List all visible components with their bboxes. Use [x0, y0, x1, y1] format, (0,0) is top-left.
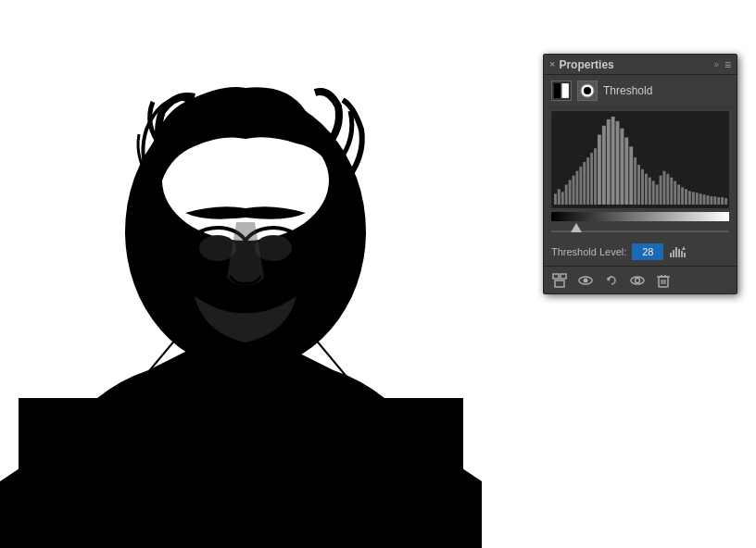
portrait-image [0, 0, 533, 548]
svg-rect-53 [677, 184, 680, 205]
svg-rect-16 [561, 83, 569, 98]
slider-thumb[interactable] [571, 223, 582, 232]
svg-rect-24 [565, 184, 568, 205]
svg-rect-32 [594, 148, 597, 205]
svg-rect-49 [662, 171, 665, 205]
svg-rect-39 [624, 138, 628, 205]
svg-rect-69 [675, 247, 677, 257]
svg-rect-55 [685, 189, 687, 205]
histogram-icon[interactable] [669, 245, 687, 258]
svg-rect-28 [579, 167, 582, 205]
svg-rect-59 [699, 193, 702, 205]
svg-rect-44 [645, 174, 648, 205]
bw-icon-box [551, 81, 572, 101]
svg-rect-47 [656, 184, 659, 205]
preview-toggle-button[interactable] [627, 270, 648, 291]
svg-rect-40 [629, 146, 633, 205]
svg-rect-48 [660, 176, 662, 205]
histogram-chart [552, 112, 728, 207]
svg-rect-74 [555, 280, 564, 287]
svg-rect-46 [652, 181, 655, 205]
svg-rect-34 [602, 126, 606, 205]
svg-rect-68 [673, 250, 674, 257]
svg-rect-60 [703, 194, 706, 205]
svg-rect-27 [575, 171, 578, 205]
clip-mask-button[interactable] [549, 270, 570, 291]
svg-rect-38 [620, 129, 624, 205]
mask-icon [580, 83, 595, 98]
svg-rect-58 [696, 193, 699, 205]
svg-rect-33 [598, 135, 601, 205]
svg-point-78 [584, 278, 588, 282]
threshold-level-label: Threshold Level: [551, 246, 626, 257]
svg-rect-22 [558, 189, 561, 205]
panel-titlebar: × Properties » ≡ [544, 55, 737, 75]
svg-rect-23 [561, 192, 564, 205]
properties-panel: × Properties » ≡ Threshold [543, 54, 737, 294]
svg-point-19 [584, 87, 591, 94]
panel-bottom-toolbar [544, 266, 737, 293]
mask-icon-box [577, 81, 598, 101]
svg-rect-31 [590, 153, 593, 205]
svg-rect-67 [670, 253, 672, 257]
svg-rect-54 [681, 187, 684, 205]
threshold-title: Threshold [603, 84, 652, 97]
slider-row[interactable] [551, 223, 729, 240]
svg-rect-43 [641, 169, 644, 205]
svg-rect-26 [573, 176, 575, 205]
svg-rect-45 [649, 178, 651, 205]
svg-rect-52 [674, 181, 676, 205]
svg-rect-76 [561, 274, 566, 279]
delete-button[interactable] [653, 270, 674, 291]
svg-rect-29 [583, 162, 586, 205]
close-button[interactable]: × [549, 59, 555, 69]
histogram-container [551, 111, 729, 208]
gradient-bar [551, 212, 729, 221]
expand-button[interactable]: » [713, 59, 719, 69]
panel-menu-button[interactable]: ≡ [724, 58, 731, 71]
panel-title-left: × Properties [549, 58, 614, 71]
visibility-toggle-button[interactable] [575, 270, 596, 291]
svg-rect-71 [681, 251, 683, 257]
svg-rect-15 [554, 83, 561, 98]
svg-rect-51 [670, 178, 673, 205]
svg-rect-35 [607, 119, 611, 205]
svg-rect-41 [634, 157, 636, 205]
svg-rect-65 [721, 197, 724, 205]
svg-rect-36 [611, 117, 615, 205]
svg-rect-63 [713, 196, 716, 205]
svg-rect-25 [569, 181, 572, 205]
svg-rect-72 [684, 253, 686, 257]
svg-rect-30 [586, 157, 589, 205]
svg-rect-61 [706, 195, 709, 205]
svg-rect-75 [553, 274, 559, 279]
svg-rect-21 [554, 193, 557, 205]
svg-rect-70 [678, 249, 680, 257]
svg-rect-56 [688, 191, 691, 205]
svg-rect-66 [724, 198, 727, 205]
svg-rect-50 [666, 174, 669, 205]
threshold-level-row: Threshold Level: [544, 240, 737, 266]
svg-rect-62 [710, 196, 712, 205]
panel-title: Properties [559, 58, 613, 71]
svg-point-81 [636, 278, 640, 282]
svg-rect-57 [692, 192, 695, 205]
svg-point-14 [199, 157, 264, 204]
reset-button[interactable] [601, 270, 622, 291]
svg-rect-42 [637, 165, 640, 205]
layer-icons-row: Threshold [544, 75, 737, 107]
threshold-level-input[interactable] [632, 243, 663, 260]
svg-rect-64 [717, 197, 720, 205]
bw-icon [554, 83, 569, 98]
svg-marker-73 [682, 246, 686, 250]
svg-rect-37 [616, 121, 620, 205]
